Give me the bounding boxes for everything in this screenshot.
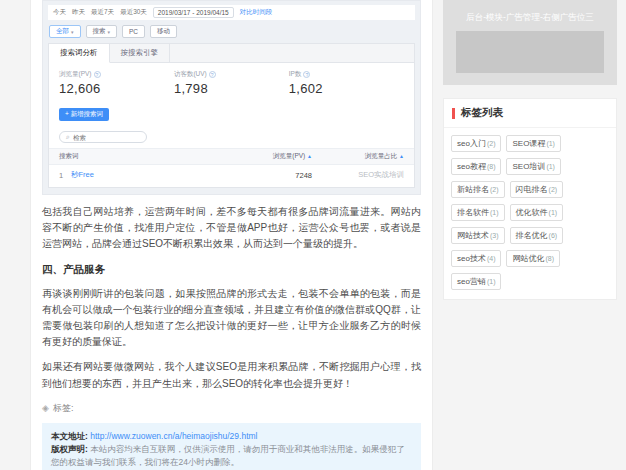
sort-icon[interactable]: ▲: [399, 153, 404, 159]
table-header: 搜索词 浏览量(PV) ▲ 浏览量占比 ▲: [49, 148, 414, 165]
info-icon: ?: [303, 71, 310, 78]
date-range-picker[interactable]: 2019/03/17 - 2019/04/15: [153, 7, 234, 18]
article-paragraph: 包括我自己网站培养，运营两年时间，差不多每天都有很多品牌词流量进来。网站内容不断…: [42, 204, 421, 253]
tab-search-terms[interactable]: 搜索词分析: [49, 44, 110, 63]
analytics-toolbar: 今天 昨天 最近7天 最近30天 2019/03/17 - 2019/04/15…: [48, 5, 415, 20]
tag-item[interactable]: 排名软件(1): [451, 204, 505, 221]
add-search-term-button[interactable]: + 新增搜索词: [59, 108, 109, 121]
analytics-filters: 全部▾ 搜索▾ PC 移动: [48, 20, 415, 43]
preset-30days[interactable]: 最近30天: [120, 8, 147, 17]
metric-uv: 访客数(UV)? 1,798: [174, 70, 289, 96]
article-notice-box: 本文地址: http://www.zuowen.cn/a/heimaojishu…: [42, 423, 421, 470]
article-url-link[interactable]: http://www.zuowen.cn/a/heimaojishu/29.ht…: [90, 431, 257, 441]
table-row: 1 秒Free 7248 SEO实战培训: [49, 165, 414, 187]
article-subheading: 四、产品服务: [42, 263, 421, 277]
article-tags-row: ◈ 标签:: [42, 402, 421, 415]
search-icon: ⌕: [66, 133, 70, 141]
preset-yesterday[interactable]: 昨天: [72, 8, 85, 17]
tag-item[interactable]: seo入门(2): [451, 135, 501, 152]
sidebar-ad-image-placeholder: [456, 31, 604, 73]
tag-list-card: 标签列表 seo入门(2) SEO课程(1) seo教程(8) SEO培训(1)…: [443, 98, 617, 300]
tag-item[interactable]: 网站优化(8): [506, 250, 560, 267]
metrics-row: 浏览量(PV)? 12,606 访客数(UV)? 1,798 IP数? 1,60…: [49, 63, 414, 101]
analytics-panel: 搜索词分析 按搜索引擎 浏览量(PV)? 12,606 访客数(UV)? 1,7…: [48, 43, 415, 188]
analytics-tabs: 搜索词分析 按搜索引擎: [49, 44, 414, 63]
sidebar-ad-caption: 后台-模块-广告管理-右侧广告位三: [443, 12, 617, 24]
metric-ip: IP数? 1,602: [289, 70, 404, 96]
filter-mobile[interactable]: 移动: [150, 25, 177, 38]
sidebar-ad-placeholder: 后台-模块-广告管理-右侧广告位三: [443, 0, 617, 85]
tag-item[interactable]: 网站技术(3): [451, 227, 505, 244]
filter-pc[interactable]: PC: [122, 25, 145, 38]
tag-list: seo入门(2) SEO课程(1) seo教程(8) SEO培训(1) 新站排名…: [444, 128, 616, 299]
info-icon: ?: [94, 71, 101, 78]
analytics-actions: + 新增搜索词: [49, 101, 414, 125]
tag-icon: ◈: [42, 403, 49, 413]
metric-ip-value: 1,602: [289, 81, 404, 96]
preset-7days[interactable]: 最近7天: [91, 8, 114, 17]
row-keyword-link[interactable]: 秒Free: [71, 170, 220, 180]
tag-item[interactable]: 新站排名(2): [451, 181, 505, 198]
tag-item[interactable]: seo教程(8): [451, 158, 501, 175]
metric-pv-value: 12,606: [59, 81, 174, 96]
tag-item[interactable]: seo技术(4): [451, 250, 501, 267]
chevron-down-icon: ▾: [71, 29, 74, 35]
accent-bar: [452, 108, 455, 119]
row-pv-value: 7248: [220, 171, 312, 180]
tag-item[interactable]: 闪电排名(2): [510, 181, 564, 198]
tag-item[interactable]: 优化软件(1): [510, 204, 564, 221]
search-input[interactable]: [73, 134, 133, 141]
article-card: 今天 昨天 最近7天 最近30天 2019/03/17 - 2019/04/15…: [30, 0, 433, 470]
filter-search-dropdown[interactable]: 搜索▾: [86, 25, 118, 38]
analytics-search-row: ⌕: [49, 125, 414, 148]
tags-label: 标签:: [53, 402, 74, 415]
info-icon: ?: [209, 71, 216, 78]
article-paragraph: 再谈谈刚刚听讲的包装问题，如果按照品牌的形式去走，包装不会单单的包装，而是有机会…: [42, 286, 421, 351]
watermark: SEO实战培训: [358, 170, 404, 179]
address-label: 本文地址:: [51, 431, 88, 441]
tag-item[interactable]: SEO培训(1): [506, 158, 560, 175]
metric-uv-value: 1,798: [174, 81, 289, 96]
tag-item[interactable]: 排名优化(6): [510, 227, 564, 244]
preset-today[interactable]: 今天: [53, 8, 66, 17]
tag-item[interactable]: seo营销(1): [451, 273, 501, 290]
tag-item[interactable]: SEO课程(1): [506, 135, 560, 152]
tab-search-engines[interactable]: 按搜索引擎: [110, 44, 171, 62]
copyright-text: 本站内容均来自互联网，仅供演示使用，请勿用于商业和其他非法用途。如果侵犯了您的权…: [51, 444, 405, 467]
copyright-label: 版权声明:: [51, 444, 88, 454]
article-paragraph: 如果还有网站要做微网站，我个人建议SEO是用来积累品牌，不断挖掘用户心理，找到他…: [42, 359, 421, 391]
filter-all-dropdown[interactable]: 全部▾: [49, 25, 81, 38]
tag-list-title: 标签列表: [444, 99, 616, 128]
row-rank: 1: [59, 171, 71, 180]
chevron-down-icon: ▾: [108, 29, 111, 35]
page: 今天 昨天 最近7天 最近30天 2019/03/17 - 2019/04/15…: [0, 0, 626, 470]
metric-pv: 浏览量(PV)? 12,606: [59, 70, 174, 96]
analytics-screenshot: 今天 昨天 最近7天 最近30天 2019/03/17 - 2019/04/15…: [42, 0, 421, 195]
sidebar: 后台-模块-广告管理-右侧广告位三 标签列表 seo入门(2) SEO课程(1)…: [443, 0, 617, 300]
compare-period-link[interactable]: 对比时间段: [240, 8, 273, 17]
